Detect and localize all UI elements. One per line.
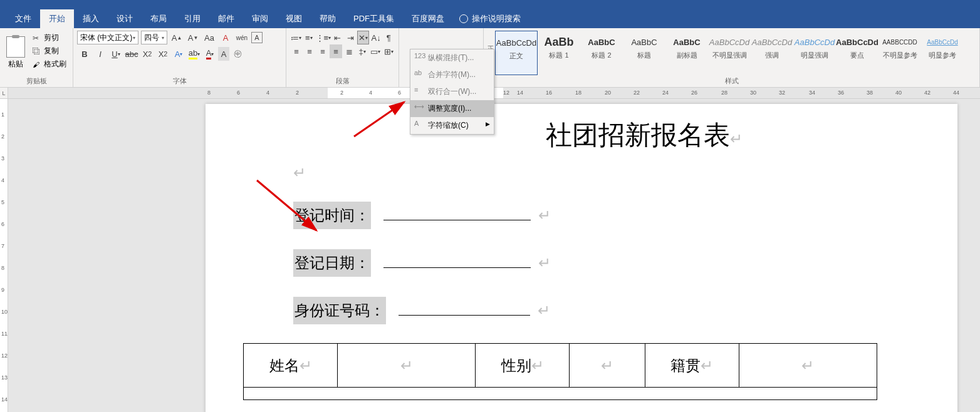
style-quote[interactable]: AABBCCDD不明显参考 (878, 31, 921, 75)
tab-file[interactable]: 文件 (6, 9, 40, 28)
grow-font-button[interactable]: A▲ (170, 31, 184, 44)
format-painter-button[interactable]: 格式刷 (31, 58, 68, 70)
scissors-icon (33, 34, 41, 43)
tab-help[interactable]: 帮助 (311, 9, 345, 28)
char-shading-button[interactable]: A (218, 47, 229, 61)
align-center-button[interactable]: ≡ (303, 44, 316, 58)
page-scroll[interactable]: 社团招新报名表↵ ↵ 登记时间： ↵ 登记日期： ↵ 身份证号码： ↵ 姓名↵ (8, 99, 980, 412)
align-right-button[interactable]: ≡ (316, 44, 329, 58)
field-label: 登记日期： (293, 249, 371, 277)
style-intense-em[interactable]: AaBbCcDd明显强调 (793, 31, 836, 75)
cell-native-value[interactable]: ↵ (739, 344, 877, 388)
multilevel-button[interactable]: ⋮≡▾ (316, 31, 331, 44)
field-label: 身份证号码： (293, 297, 386, 324)
highlight-button[interactable]: ab▾ (187, 47, 202, 61)
style-strong[interactable]: AaBbCcDd要点 (836, 31, 878, 75)
enclose-char-button[interactable]: ㊥ (230, 47, 245, 61)
style-preview: AaBbCcDd (927, 33, 957, 51)
copy-label: 复制 (44, 46, 59, 56)
menu-merge-chars[interactable]: ab合并字符(M)... (410, 66, 494, 83)
font-name-combo[interactable]: 宋体 (中文正文)▾ (77, 31, 138, 44)
style-normal[interactable]: AaBbCcDd正文 (495, 31, 538, 75)
cell-name-value[interactable]: ↵ (338, 344, 476, 388)
decrease-indent-button[interactable]: ⇤ (331, 31, 343, 44)
menu-char-scale[interactable]: A字符缩放(C)▶ (410, 117, 494, 134)
tab-review[interactable]: 审阅 (243, 9, 277, 28)
style-em[interactable]: AaBbCcDd强调 (751, 31, 793, 75)
superscript-button[interactable]: X2 (155, 47, 170, 61)
copy-button[interactable]: 复制 (31, 45, 68, 57)
table-row (244, 388, 877, 400)
tab-start[interactable]: 开始 (40, 9, 74, 28)
italic-button[interactable]: I (93, 47, 108, 61)
field-blank[interactable] (399, 303, 530, 316)
field-reg-time: 登记时间： ↵ (293, 202, 920, 229)
style-preview: AaBbCcDd (752, 33, 792, 51)
phonetic-guide-button[interactable]: wén (235, 31, 249, 44)
justify-button[interactable]: ≡ (330, 44, 342, 58)
tab-design[interactable]: 设计 (108, 9, 142, 28)
field-blank[interactable] (383, 208, 531, 220)
tab-references[interactable]: 引用 (175, 9, 209, 28)
style-subtitle[interactable]: AaBbC副标题 (665, 31, 708, 75)
menu-vert-horiz[interactable]: 123纵横混排(T)... (410, 49, 494, 66)
style-title[interactable]: AaBbC标题 (623, 31, 665, 75)
style-intense-ref[interactable]: AaBbCcDd明显参考 (921, 31, 964, 75)
tab-insert[interactable]: 插入 (74, 9, 108, 28)
borders-button[interactable]: ⊞▾ (382, 44, 395, 58)
tab-selector[interactable]: L (0, 88, 8, 98)
paste-button[interactable]: 粘贴 (4, 31, 28, 75)
show-marks-button[interactable]: ¶ (383, 31, 395, 44)
text-effects-button[interactable]: A▾ (171, 47, 186, 61)
brush-icon (33, 60, 41, 69)
field-blank[interactable] (383, 255, 531, 268)
subscript-button[interactable]: X2 (140, 47, 155, 61)
shading-button[interactable]: ▭▾ (369, 44, 382, 58)
tab-pdf[interactable]: PDF工具集 (345, 9, 403, 28)
style-h2[interactable]: AaBbC标题 2 (580, 31, 623, 75)
tell-me-search[interactable]: 操作说明搜索 (453, 9, 527, 28)
style-preview: AaBbCcDd (496, 34, 536, 51)
field-reg-date: 登记日期： ↵ (293, 249, 920, 277)
merge-chars-icon: ab (414, 69, 424, 79)
style-preview: AaBbC (588, 33, 615, 51)
cut-button[interactable]: 剪切 (31, 32, 68, 44)
paste-label: 粘贴 (8, 59, 23, 70)
asian-layout-button[interactable]: ✕▾ (357, 31, 370, 44)
line-spacing-button[interactable]: ‡▾ (356, 44, 368, 58)
clear-format-button[interactable]: A (219, 31, 232, 44)
char-border-button[interactable]: A (251, 32, 263, 43)
font-size-combo[interactable]: 四号▾ (141, 31, 167, 44)
shrink-font-button[interactable]: A▼ (186, 31, 200, 44)
underline-button[interactable]: U▾ (108, 47, 123, 61)
sort-button[interactable]: A↓ (370, 31, 382, 44)
paragraph-mark-icon: ↵ (293, 164, 920, 182)
group-font: 宋体 (中文正文)▾ 四号▾ A▲ A▼ Aa A wén A B I U▾ a… (73, 28, 286, 87)
style-preview: AaBbCcDd (795, 33, 835, 51)
cell-native-label: 籍贯↵ (645, 344, 739, 388)
tab-mail[interactable]: 邮件 (209, 9, 243, 28)
align-left-button[interactable]: ≡ (290, 44, 303, 58)
numbering-button[interactable]: ≡▾ (303, 31, 315, 44)
bullets-button[interactable]: ≔▾ (290, 31, 302, 44)
tab-baidu[interactable]: 百度网盘 (403, 9, 453, 28)
bold-button[interactable]: B (77, 47, 92, 61)
group-styles: 正文 AaBbCcDd正文 AaBb标题 1 AaBbC标题 2 AaBbC标题… (484, 28, 980, 87)
style-subtle-em[interactable]: AaBbCcDd不明显强调 (708, 31, 751, 75)
ruler-vertical[interactable]: 1234567891011121314 (0, 99, 8, 412)
strikethrough-button[interactable]: abc (124, 47, 139, 61)
style-label: 标题 1 (549, 51, 568, 60)
tab-layout[interactable]: 布局 (142, 9, 175, 28)
increase-indent-button[interactable]: ⇥ (344, 31, 356, 44)
font-color-button[interactable]: A▾ (202, 47, 217, 61)
change-case-button[interactable]: Aa (202, 31, 216, 44)
menu-two-lines[interactable]: ≡双行合一(W)... (410, 83, 494, 100)
style-preview: AABBCCDD (882, 33, 917, 51)
cell-gender-value[interactable]: ↵ (570, 344, 645, 388)
two-lines-icon: ≡ (414, 86, 424, 96)
menu-fit-width[interactable]: ⟷调整宽度(I)... (410, 100, 494, 117)
style-h1[interactable]: AaBb标题 1 (538, 31, 580, 75)
distribute-button[interactable]: ≣ (343, 44, 355, 58)
paragraph-mark-icon: ↵ (538, 254, 551, 272)
tab-view[interactable]: 视图 (277, 9, 311, 28)
